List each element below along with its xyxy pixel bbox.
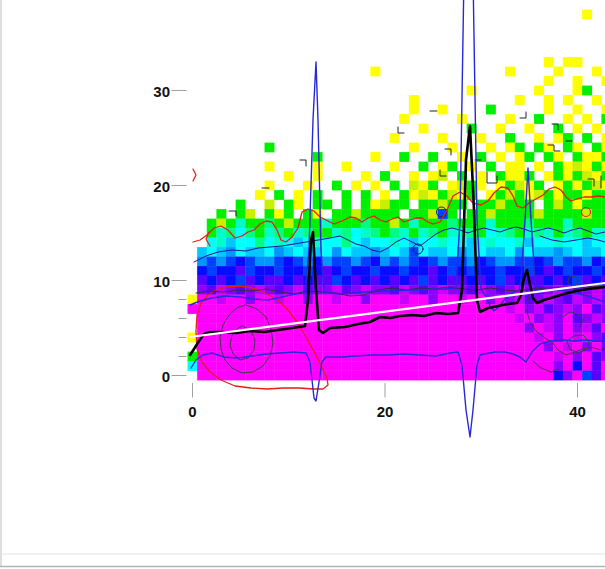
histogram-cell bbox=[544, 190, 554, 200]
histogram-cell bbox=[601, 162, 605, 172]
histogram-cell bbox=[342, 190, 352, 200]
histogram-cell bbox=[313, 171, 323, 181]
histogram-cell bbox=[553, 219, 563, 229]
histogram-cell bbox=[447, 209, 457, 219]
histogram-cell bbox=[255, 352, 265, 362]
histogram-cell bbox=[274, 304, 284, 314]
histogram-cell bbox=[322, 257, 332, 267]
histogram-cell bbox=[428, 171, 438, 181]
histogram-cell bbox=[226, 247, 236, 257]
histogram-cell bbox=[476, 209, 486, 219]
histogram-cell bbox=[322, 266, 332, 276]
histogram-cell bbox=[322, 333, 332, 343]
histogram-cell bbox=[486, 333, 496, 343]
histogram-cell bbox=[409, 371, 419, 381]
histogram-cell bbox=[505, 342, 515, 352]
histogram-cell bbox=[534, 143, 544, 153]
histogram-cell bbox=[582, 162, 592, 172]
histogram-cell bbox=[342, 257, 352, 267]
histogram-cell bbox=[419, 219, 429, 229]
histogram-cell bbox=[236, 295, 246, 305]
histogram-cell bbox=[573, 257, 583, 267]
histogram-cell bbox=[274, 209, 284, 219]
histogram-cell bbox=[544, 152, 554, 162]
histogram-cell bbox=[582, 133, 592, 143]
x-tick-label: 40 bbox=[569, 403, 586, 420]
histogram-cell bbox=[534, 323, 544, 333]
histogram-cell bbox=[274, 314, 284, 324]
histogram-cell bbox=[265, 361, 275, 371]
histogram-cell bbox=[544, 209, 554, 219]
histogram-cell bbox=[544, 266, 554, 276]
histogram-cell bbox=[428, 247, 438, 257]
histogram-cell bbox=[476, 323, 486, 333]
histogram-cell bbox=[419, 190, 429, 200]
histogram-cell bbox=[255, 190, 265, 200]
histogram-cell bbox=[601, 361, 605, 371]
histogram-cell bbox=[399, 200, 409, 210]
histogram-cell bbox=[573, 105, 583, 115]
histogram-cell bbox=[486, 371, 496, 381]
histogram-cell bbox=[582, 190, 592, 200]
histogram-cell bbox=[370, 295, 380, 305]
histogram-cell bbox=[505, 247, 515, 257]
histogram-cell bbox=[342, 342, 352, 352]
histogram-cell bbox=[342, 276, 352, 286]
histogram-cell bbox=[361, 352, 371, 362]
histogram-cell bbox=[342, 333, 352, 343]
histogram-cell bbox=[544, 276, 554, 286]
histogram-cell bbox=[236, 209, 246, 219]
histogram-cell bbox=[573, 314, 583, 324]
x-tick-label: 20 bbox=[377, 403, 394, 420]
histogram-cell bbox=[390, 200, 400, 210]
histogram-cell bbox=[351, 304, 361, 314]
histogram-cell bbox=[226, 257, 236, 267]
histogram-cell bbox=[601, 190, 605, 200]
histogram-cell bbox=[601, 171, 605, 181]
histogram-cell bbox=[553, 238, 563, 248]
histogram-cell bbox=[265, 209, 275, 219]
histogram-cell bbox=[399, 190, 409, 200]
histogram-cell bbox=[274, 266, 284, 276]
histogram-cell bbox=[563, 314, 573, 324]
histogram-cell bbox=[351, 247, 361, 257]
histogram-cell bbox=[524, 333, 534, 343]
histogram-cell bbox=[467, 323, 477, 333]
histogram-cell bbox=[265, 304, 275, 314]
histogram-cell bbox=[601, 266, 605, 276]
histogram-cell bbox=[553, 304, 563, 314]
histogram-cell bbox=[563, 95, 573, 105]
histogram-cell bbox=[534, 304, 544, 314]
histogram-cell bbox=[274, 361, 284, 371]
histogram-cell bbox=[380, 200, 390, 210]
histogram-cell bbox=[447, 247, 457, 257]
histogram-cell bbox=[534, 209, 544, 219]
histogram-cell bbox=[274, 285, 284, 295]
histogram-cell bbox=[563, 295, 573, 305]
histogram-cell bbox=[342, 200, 352, 210]
contour-marks bbox=[229, 211, 236, 216]
histogram-cell bbox=[544, 314, 554, 324]
histogram-cell bbox=[544, 352, 554, 362]
histogram-cell bbox=[573, 171, 583, 181]
histogram-cell bbox=[216, 228, 226, 238]
histogram-cell bbox=[284, 257, 294, 267]
histogram-cell bbox=[573, 247, 583, 257]
histogram-cell bbox=[255, 371, 265, 381]
histogram-cell bbox=[332, 361, 342, 371]
histogram-cell bbox=[409, 143, 419, 153]
histogram-cell bbox=[544, 247, 554, 257]
histogram-cell bbox=[553, 323, 563, 333]
histogram-cell bbox=[409, 95, 419, 105]
histogram-cell bbox=[515, 333, 525, 343]
histogram-cell bbox=[284, 333, 294, 343]
histogram-cell bbox=[380, 238, 390, 248]
histogram-cell bbox=[409, 181, 419, 191]
histogram-cell bbox=[553, 314, 563, 324]
contour-marks bbox=[398, 127, 404, 133]
histogram-cell bbox=[351, 266, 361, 276]
histogram-cell bbox=[255, 333, 265, 343]
histogram-cell bbox=[390, 266, 400, 276]
histogram-cell bbox=[255, 228, 265, 238]
histogram-cell bbox=[419, 276, 429, 286]
